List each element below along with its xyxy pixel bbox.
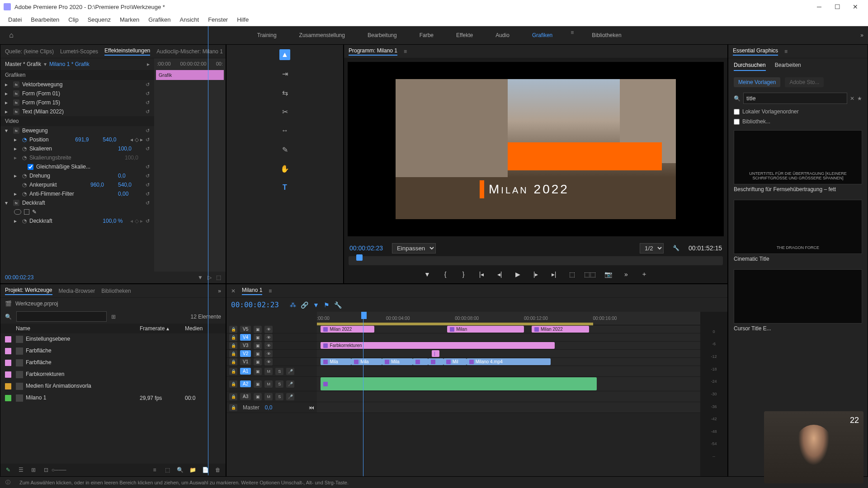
workspace-audio[interactable]: Audio <box>491 29 514 41</box>
visibility-icon[interactable]: 👁 <box>264 342 273 349</box>
razor-tool[interactable]: ✂ <box>279 106 290 117</box>
visibility-icon[interactable]: M <box>264 368 273 375</box>
automate-icon[interactable]: ⬚ <box>163 466 171 474</box>
ec-timecode[interactable]: 00:00:02:23 <box>5 274 33 281</box>
project-tab[interactable]: Bibliotheken <box>101 288 131 294</box>
master-clip-link[interactable]: Master * Grafik <box>5 61 41 67</box>
minimize-button[interactable]: ─ <box>810 0 828 14</box>
source-tab[interactable]: Audioclip-Mischer: Milano 1 <box>156 48 223 55</box>
new-bin-button[interactable]: 📁 <box>189 466 197 474</box>
track-lane-A1[interactable] <box>317 366 700 377</box>
solo-icon[interactable]: S <box>275 380 283 388</box>
target-icon[interactable]: ▣ <box>254 368 262 375</box>
track-select-tool[interactable]: ⇥ <box>279 68 290 79</box>
ripple-tool[interactable]: ⇆ <box>279 87 290 98</box>
maximize-button[interactable]: ☐ <box>828 0 846 14</box>
track-lane-V5[interactable]: Milan 2022MilanMilan 2022 <box>317 325 700 333</box>
effect-row[interactable]: ▸fxForm (Form 15)↺ <box>0 98 154 107</box>
track-lane-V4[interactable] <box>317 333 700 342</box>
source-tab[interactable]: Effekteinstellungen <box>104 47 150 56</box>
export-frame-button[interactable]: 📷 <box>603 269 613 280</box>
mark-in-icon[interactable]: { <box>440 269 451 280</box>
track-header-V5[interactable]: 🔒V5▣👁 <box>226 325 317 333</box>
reset-icon[interactable]: ↺ <box>146 100 150 106</box>
track-lane-A2[interactable] <box>317 377 700 391</box>
my-templates-toggle[interactable]: Meine Vorlagen <box>734 77 780 87</box>
uniform-scale-check[interactable]: Gleichmäßige Skalie...↺ <box>0 162 154 171</box>
lock-icon[interactable]: 🔒 <box>229 393 237 400</box>
fit-select[interactable]: Einpassen <box>392 243 436 253</box>
clip[interactable]: Mila <box>382 358 413 365</box>
visibility-icon[interactable]: 👁 <box>264 358 273 366</box>
workspace-overflow[interactable]: » <box>860 32 863 38</box>
target-icon[interactable]: ▣ <box>254 326 262 333</box>
find-icon[interactable]: 🔍 <box>176 466 184 474</box>
record-icon[interactable]: 🎤 <box>286 393 294 400</box>
visibility-icon[interactable]: 👁 <box>264 334 273 341</box>
track-header-A2[interactable]: 🔒A2▣MS🎤 <box>226 377 317 391</box>
master-lane[interactable] <box>317 402 700 413</box>
track-lane-V1[interactable]: MilaMilaMilaMilMilano 4.mp4 <box>317 358 700 366</box>
track-header-V4[interactable]: 🔒V4▣👁 <box>226 333 317 342</box>
template-item[interactable]: THE DRAGON FORCECinematic Title <box>734 200 862 264</box>
extract-button[interactable]: ⬚⬚ <box>585 269 595 280</box>
transport-overflow[interactable]: » <box>621 269 632 280</box>
clip[interactable] <box>321 377 597 390</box>
playhead-line[interactable] <box>363 312 363 476</box>
sort-icon[interactable]: ≡ <box>151 466 159 474</box>
lock-icon[interactable]: 🔒 <box>229 326 237 333</box>
reset-icon[interactable]: ↺ <box>146 128 150 134</box>
opacity-effect[interactable]: ▾fxDeckkraft↺ <box>0 198 154 207</box>
clip[interactable]: Mil <box>443 358 467 365</box>
filter-icon[interactable]: ▼ <box>198 274 203 281</box>
lock-icon[interactable]: 🔒 <box>229 380 237 388</box>
assembly-icon[interactable]: ✎ <box>4 466 12 474</box>
pen-tool[interactable]: ✎ <box>279 144 290 155</box>
menu-datei[interactable]: Datei <box>4 14 26 25</box>
resolution-select[interactable]: 1/2 <box>640 243 664 253</box>
play-only-icon[interactable]: ▸ <box>147 61 150 67</box>
eg-filter-check[interactable]: Lokaler Vorlagenordner <box>728 107 868 117</box>
project-tab[interactable]: Media-Browser <box>59 288 95 294</box>
anchor-prop[interactable]: ◔Ankerpunkt960,0540,0↺ <box>0 180 154 189</box>
record-icon[interactable]: 🎤 <box>286 380 294 388</box>
timeline-ruler[interactable]: :00:0000:00:04:0000:00:08:0000:00:12:000… <box>317 312 700 325</box>
master-track-header[interactable]: 🔒Master0,0⏮ <box>226 402 317 413</box>
workspace-effekte[interactable]: Effekte <box>452 29 477 41</box>
project-item[interactable]: Milano 129,97 fps00:0 <box>0 392 226 404</box>
play-button[interactable]: ▶ <box>512 269 523 280</box>
export-icon[interactable]: ⬚ <box>216 274 221 281</box>
reset-icon[interactable]: ↺ <box>146 91 150 97</box>
workspace-grafiken[interactable]: Grafiken <box>528 29 557 41</box>
track-header-V1[interactable]: 🔒V1▣👁 <box>226 358 317 366</box>
reset-icon[interactable]: ↺ <box>146 109 150 115</box>
track-header-A3[interactable]: 🔒A3▣MS🎤 <box>226 391 317 402</box>
project-item[interactable]: Farbfläche <box>0 345 226 357</box>
template-item[interactable]: UNTERTITEL FÜR DIE ÜBERTRAGUNG [KLEINERE… <box>734 130 862 194</box>
marker-icon[interactable]: ▼ <box>313 301 319 309</box>
zoom-slider[interactable]: ○─── <box>55 466 63 474</box>
wrench-icon[interactable]: 🔧 <box>673 245 679 251</box>
program-timecode[interactable]: 00:00:02:23 <box>349 244 383 252</box>
track-lane-V3[interactable]: Farbkorrekturen <box>317 342 700 350</box>
rotation-prop[interactable]: ▸◔Drehung0,0↺ <box>0 171 154 180</box>
clip[interactable]: Mila <box>351 358 382 365</box>
clip[interactable] <box>428 358 443 365</box>
menu-bearbeiten[interactable]: Bearbeiten <box>26 14 64 25</box>
adobe-stock-toggle[interactable]: Adobe Sto... <box>785 77 824 87</box>
source-tab[interactable]: Lumetri-Scopes <box>60 48 98 55</box>
mark-out-icon[interactable]: } <box>458 269 469 280</box>
project-columns[interactable]: Name Framerate ▴ Medien <box>0 324 226 333</box>
lock-icon[interactable]: 🔒 <box>229 342 237 349</box>
effect-row[interactable]: ▸fxVektorbewegung↺ <box>0 80 154 89</box>
proj-overflow[interactable]: » <box>218 288 221 294</box>
list-view-button[interactable]: ☰ <box>17 466 25 474</box>
project-search[interactable] <box>16 311 107 322</box>
linked-icon[interactable]: 🔗 <box>301 301 308 309</box>
project-item[interactable]: Einstellungsebene <box>0 333 226 345</box>
close-button[interactable]: ✕ <box>846 0 864 14</box>
ec-playhead[interactable] <box>208 58 208 272</box>
selection-tool[interactable]: ▲ <box>279 49 290 60</box>
eg-search-input[interactable] <box>743 93 847 104</box>
eg-tab[interactable]: Essential Graphics <box>733 47 778 56</box>
